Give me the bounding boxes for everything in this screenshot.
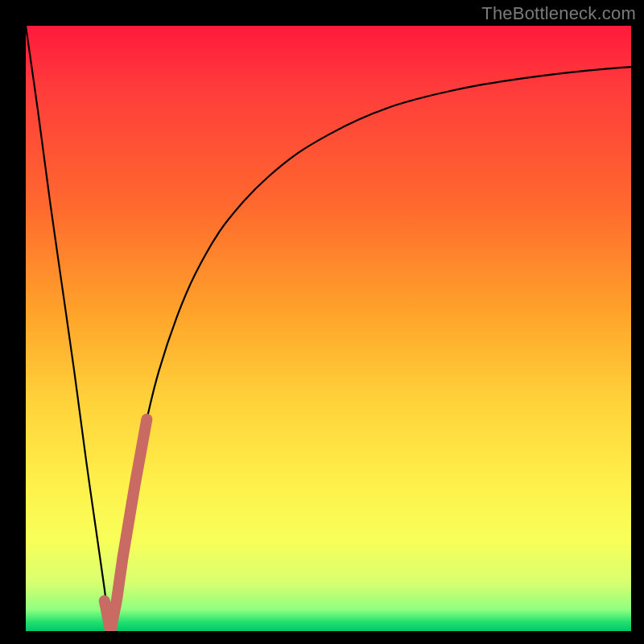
plot-area <box>26 26 631 631</box>
chart-svg <box>26 26 631 631</box>
highlight-segment-path <box>105 419 147 631</box>
bottleneck-curve-path <box>26 26 631 631</box>
watermark-text: TheBottleneck.com <box>481 3 636 24</box>
chart-frame: TheBottleneck.com <box>0 0 644 644</box>
